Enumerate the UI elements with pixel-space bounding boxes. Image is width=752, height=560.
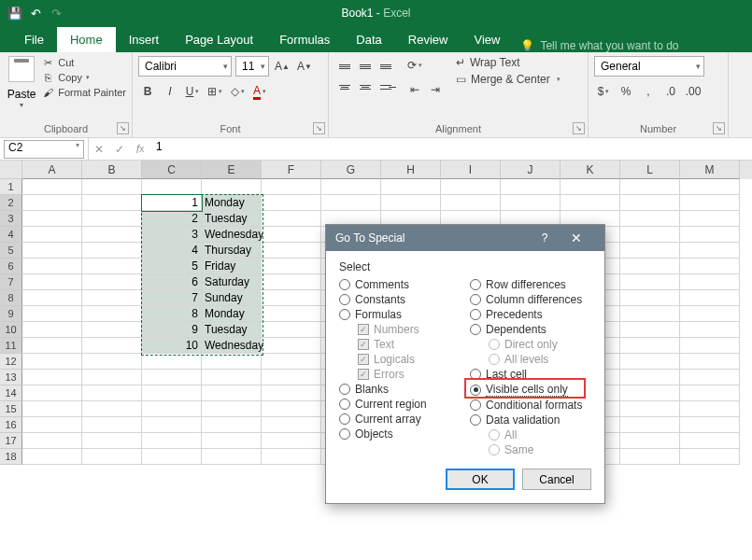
row-header[interactable]: 4	[0, 227, 22, 243]
select-all-corner[interactable]	[0, 161, 22, 179]
cell[interactable]	[142, 449, 202, 465]
cell[interactable]	[262, 322, 321, 338]
cell[interactable]	[381, 195, 441, 211]
ok-button[interactable]: OK	[446, 469, 515, 490]
cell[interactable]	[441, 195, 501, 211]
cell[interactable]: 5	[142, 259, 202, 274]
cell[interactable]	[262, 385, 321, 401]
cell[interactable]	[620, 322, 680, 338]
cell[interactable]	[620, 370, 680, 385]
row-header[interactable]: 13	[0, 370, 22, 385]
cell[interactable]	[22, 290, 82, 306]
cell[interactable]	[22, 322, 82, 338]
tab-home[interactable]: Home	[57, 27, 116, 52]
cell[interactable]	[680, 195, 740, 211]
increase-font-icon[interactable]: A▲	[273, 57, 291, 76]
formula-input[interactable]: 1	[150, 140, 752, 159]
cell[interactable]	[22, 211, 82, 227]
radio-blanks[interactable]: Blanks	[339, 382, 461, 397]
cell[interactable]	[321, 195, 381, 211]
cell[interactable]	[620, 385, 680, 401]
cell[interactable]	[680, 306, 740, 322]
cell[interactable]	[680, 338, 740, 354]
cell[interactable]	[262, 354, 321, 370]
row-header[interactable]: 6	[0, 259, 22, 274]
cancel-formula-icon[interactable]: ✕	[89, 139, 109, 160]
cell[interactable]: Thursday	[202, 243, 262, 259]
cell[interactable]: 6	[142, 274, 202, 290]
orientation-button[interactable]: ⟳	[405, 56, 424, 75]
bold-button[interactable]: B	[138, 82, 157, 101]
cell[interactable]	[22, 306, 82, 322]
cell[interactable]	[262, 195, 321, 211]
cell[interactable]	[680, 401, 740, 417]
cell[interactable]	[82, 354, 142, 370]
tell-me[interactable]: 💡 Tell me what you want to do	[520, 39, 678, 52]
column-header-J[interactable]: J	[501, 161, 560, 179]
cell[interactable]	[202, 449, 262, 465]
radio-formulas[interactable]: Formulas	[339, 307, 461, 322]
cell[interactable]	[22, 433, 82, 449]
row-header[interactable]: 14	[0, 385, 22, 401]
radio-constants[interactable]: Constants	[339, 292, 461, 307]
cell[interactable]	[620, 179, 680, 195]
tab-insert[interactable]: Insert	[116, 27, 173, 52]
decrease-decimal-icon[interactable]: .00	[684, 82, 702, 101]
tab-page-layout[interactable]: Page Layout	[172, 27, 266, 52]
alignment-launcher[interactable]: ↘	[573, 122, 585, 134]
font-launcher[interactable]: ↘	[313, 122, 325, 134]
copy-button[interactable]: ⎘Copy ▾	[41, 71, 126, 84]
cell[interactable]	[142, 401, 202, 417]
cell[interactable]: Sunday	[202, 290, 262, 306]
cell[interactable]	[262, 449, 321, 465]
cell[interactable]	[560, 195, 620, 211]
cell[interactable]	[680, 449, 740, 465]
format-painter-button[interactable]: 🖌Format Painter	[41, 86, 126, 99]
cell[interactable]	[82, 290, 142, 306]
radio-conditional-formats[interactable]: Conditional formats	[470, 398, 591, 413]
cell[interactable]	[501, 195, 560, 211]
cell[interactable]	[680, 322, 740, 338]
cell[interactable]	[680, 243, 740, 259]
number-format-combo[interactable]: General	[594, 56, 704, 77]
cell[interactable]	[22, 338, 82, 354]
radio-column-differences[interactable]: Column differences	[470, 292, 591, 307]
cell[interactable]	[620, 259, 680, 274]
cell[interactable]	[22, 370, 82, 385]
cell[interactable]	[262, 243, 321, 259]
cell[interactable]	[262, 274, 321, 290]
cell[interactable]	[262, 401, 321, 417]
radio-data-validation[interactable]: Data validation	[470, 413, 591, 427]
radio-precedents[interactable]: Precedents	[470, 307, 591, 322]
column-header-A[interactable]: A	[22, 161, 82, 179]
tab-formulas[interactable]: Formulas	[266, 27, 343, 52]
merge-center-button[interactable]: ▭Merge & Center	[456, 73, 560, 86]
row-header[interactable]: 7	[0, 274, 22, 290]
dialog-help-icon[interactable]: ?	[532, 231, 558, 245]
cell[interactable]	[620, 338, 680, 354]
cell[interactable]	[82, 433, 142, 449]
number-launcher[interactable]: ↘	[713, 122, 725, 134]
cell[interactable]: Monday	[202, 306, 262, 322]
row-header[interactable]: 3	[0, 211, 22, 227]
comma-format-button[interactable]: ,	[639, 82, 658, 101]
cell[interactable]	[82, 385, 142, 401]
column-header-M[interactable]: M	[680, 161, 740, 179]
cell[interactable]: Tuesday	[202, 322, 262, 338]
decrease-indent-icon[interactable]: ⇤	[405, 80, 424, 99]
cell[interactable]: 8	[142, 306, 202, 322]
cell[interactable]	[82, 227, 142, 243]
cell[interactable]	[142, 370, 202, 385]
align-top-icon[interactable]	[334, 56, 355, 77]
increase-indent-icon[interactable]: ⇥	[426, 80, 445, 99]
cell[interactable]	[620, 243, 680, 259]
cell[interactable]: 7	[142, 290, 202, 306]
cell[interactable]	[142, 417, 202, 433]
cell[interactable]	[620, 290, 680, 306]
accept-formula-icon[interactable]: ✓	[109, 139, 130, 160]
row-header[interactable]: 15	[0, 401, 22, 417]
cell[interactable]	[680, 274, 740, 290]
row-header[interactable]: 1	[0, 179, 22, 195]
accounting-format-button[interactable]: $	[594, 82, 613, 101]
cell[interactable]	[22, 385, 82, 401]
